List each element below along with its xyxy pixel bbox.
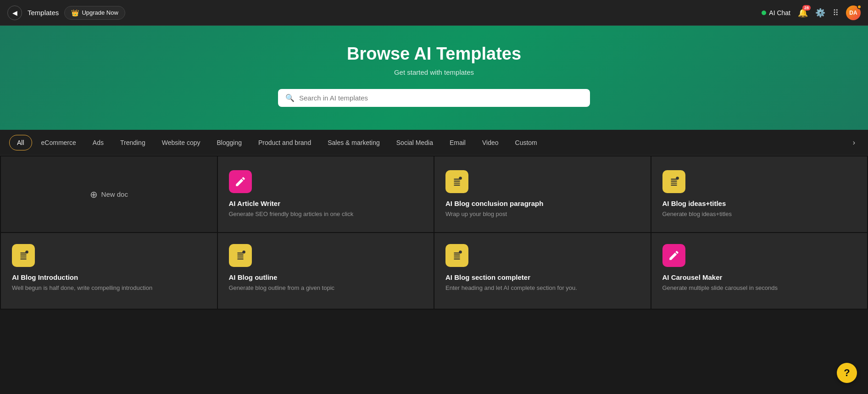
- back-icon: ◀: [12, 9, 17, 17]
- svg-point-0: [459, 177, 462, 180]
- svg-point-1: [676, 177, 679, 180]
- ai-chat-label: AI Chat: [769, 9, 790, 17]
- category-item-website-copy[interactable]: Website copy: [155, 135, 208, 150]
- template-card-carousel[interactable]: AI Carousel Maker Generate multiple slid…: [651, 233, 868, 309]
- blog-section-icon: [445, 244, 468, 267]
- grid-icon: ⠿: [833, 8, 839, 18]
- category-item-video[interactable]: Video: [475, 135, 506, 150]
- template-grid-row1: ⊕ New doc AI Article Writer Generate SEO…: [0, 155, 868, 233]
- notification-badge: 28: [802, 5, 811, 11]
- blog-outline-desc: Generate blog outline from a given topic: [229, 284, 423, 292]
- header-left: ◀ Templates 👑 Upgrade Now: [7, 6, 125, 20]
- blog-ideas-icon: [662, 170, 685, 193]
- blog-section-desc: Enter heading and let AI complete sectio…: [445, 284, 640, 292]
- search-icon: 🔍: [285, 94, 295, 102]
- template-card-blog-section[interactable]: AI Blog section completer Enter heading …: [434, 233, 651, 309]
- search-input[interactable]: [299, 94, 583, 102]
- blog-intro-name: AI Blog Introduction: [12, 273, 206, 281]
- category-item-trending[interactable]: Trending: [113, 135, 153, 150]
- svg-point-2: [25, 250, 28, 254]
- ai-chat-dot: [762, 11, 766, 15]
- article-writer-desc: Generate SEO friendly blog articles in o…: [229, 210, 423, 218]
- avatar-initials: DA: [849, 10, 857, 16]
- help-button[interactable]: ?: [837, 363, 857, 383]
- article-writer-icon: [229, 170, 252, 193]
- category-item-ecommerce[interactable]: eCommerce: [34, 135, 83, 150]
- carousel-name: AI Carousel Maker: [662, 273, 857, 281]
- template-card-blog-ideas[interactable]: AI Blog ideas+titles Generate blog ideas…: [651, 156, 868, 232]
- template-card-article-writer[interactable]: AI Article Writer Generate SEO friendly …: [218, 156, 434, 232]
- svg-point-4: [459, 250, 462, 254]
- plus-icon: ⊕: [90, 189, 98, 200]
- avatar-status-dot: [857, 5, 862, 9]
- header: ◀ Templates 👑 Upgrade Now AI Chat 🔔 28 ⚙…: [0, 0, 868, 26]
- carousel-desc: Generate multiple slide carousel in seco…: [662, 284, 857, 292]
- hero-title: Browse AI Templates: [9, 44, 859, 64]
- category-item-custom[interactable]: Custom: [508, 135, 545, 150]
- search-bar: 🔍: [278, 89, 590, 107]
- hero-banner: Browse AI Templates Get started with tem…: [0, 26, 868, 130]
- avatar[interactable]: DA: [846, 6, 861, 20]
- new-doc-label: New doc: [101, 190, 128, 198]
- carousel-icon: [662, 244, 685, 267]
- upgrade-button[interactable]: 👑 Upgrade Now: [64, 6, 125, 20]
- blog-conclusion-desc: Wrap up your blog post: [445, 210, 640, 218]
- category-bar: All eCommerce Ads Trending Website copy …: [0, 130, 868, 155]
- crown-icon: 👑: [71, 9, 79, 17]
- category-arrow-right[interactable]: ›: [849, 137, 859, 149]
- new-doc-card[interactable]: ⊕ New doc: [1, 156, 217, 232]
- blog-ideas-name: AI Blog ideas+titles: [662, 200, 857, 207]
- template-card-blog-outline[interactable]: AI Blog outline Generate blog outline fr…: [218, 233, 434, 309]
- page-title: Templates: [28, 9, 59, 17]
- help-icon: ?: [844, 367, 850, 379]
- blog-section-name: AI Blog section completer: [445, 273, 640, 281]
- blog-conclusion-name: AI Blog conclusion paragraph: [445, 200, 640, 207]
- category-item-blogging[interactable]: Blogging: [209, 135, 249, 150]
- template-card-blog-intro[interactable]: AI Blog Introduction Well begun is half …: [1, 233, 217, 309]
- category-item-email[interactable]: Email: [442, 135, 473, 150]
- grid-button[interactable]: ⠿: [833, 8, 839, 18]
- settings-button[interactable]: ⚙️: [815, 8, 825, 18]
- category-item-all[interactable]: All: [9, 135, 32, 150]
- category-item-ads[interactable]: Ads: [85, 135, 111, 150]
- category-item-social-media[interactable]: Social Media: [389, 135, 440, 150]
- category-item-product-brand[interactable]: Product and brand: [251, 135, 318, 150]
- category-item-sales-marketing[interactable]: Sales & marketing: [320, 135, 387, 150]
- svg-point-3: [242, 250, 245, 254]
- ai-chat-button[interactable]: AI Chat: [762, 9, 790, 17]
- gear-icon: ⚙️: [815, 8, 825, 18]
- blog-conclusion-icon: [445, 170, 468, 193]
- template-grid-row2: AI Blog Introduction Well begun is half …: [0, 233, 868, 310]
- blog-ideas-desc: Generate blog ideas+titles: [662, 210, 857, 218]
- blog-outline-icon: [229, 244, 252, 267]
- back-button[interactable]: ◀: [7, 6, 22, 20]
- blog-outline-name: AI Blog outline: [229, 273, 423, 281]
- article-writer-name: AI Article Writer: [229, 200, 423, 207]
- blog-intro-icon: [12, 244, 35, 267]
- upgrade-label: Upgrade Now: [82, 9, 118, 16]
- notification-button[interactable]: 🔔 28: [798, 8, 808, 18]
- hero-subtitle: Get started with templates: [9, 68, 859, 76]
- blog-intro-desc: Well begun is half done, write compellin…: [12, 284, 206, 292]
- template-card-blog-conclusion[interactable]: AI Blog conclusion paragraph Wrap up you…: [434, 156, 651, 232]
- header-right: AI Chat 🔔 28 ⚙️ ⠿ DA: [762, 6, 861, 20]
